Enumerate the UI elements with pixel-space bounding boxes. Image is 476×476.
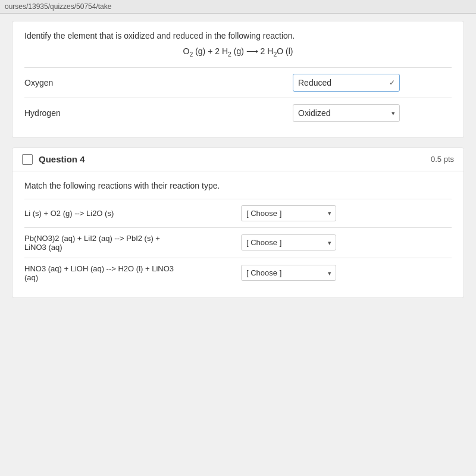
reaction-text-3: HNO3 (aq) + LiOH (aq) --> H2O (l) + LiNO… — [24, 264, 241, 282]
reaction-text-1: Li (s) + O2 (g) --> Li2O (s) — [24, 209, 241, 218]
hydrogen-row: Hydrogen Oxidized Reduced Neither — [24, 98, 452, 128]
reaction-select-3[interactable]: [ Choose ] Synthesis Decomposition Singl… — [241, 265, 336, 281]
browser-bar: ourses/13935/quizzes/50754/take — [0, 0, 476, 14]
question4-marker — [22, 154, 33, 165]
reaction-select-2[interactable]: [ Choose ] Synthesis Decomposition Singl… — [241, 234, 336, 250]
reaction-text-2: Pb(NO3)2 (aq) + LiI2 (aq) --> PbI2 (s) +… — [24, 234, 241, 252]
hydrogen-select[interactable]: Oxidized Reduced Neither — [293, 104, 400, 122]
oxygen-select[interactable]: Reduced Oxidized Neither — [293, 74, 400, 92]
hydrogen-label: Hydrogen — [24, 108, 241, 118]
question4-card: Question 4 0.5 pts Match the following r… — [12, 148, 464, 298]
oxygen-label: Oxygen — [24, 78, 241, 87]
equation: O2 (g) + 2 H2 (g) ⟶ 2 H2O (l) — [24, 46, 452, 58]
question4-header: Question 4 0.5 pts — [12, 148, 464, 171]
reaction-row-3: HNO3 (aq) + LiOH (aq) --> H2O (l) + LiNO… — [24, 258, 452, 288]
question3-card: Identify the element that is oxidized an… — [12, 21, 464, 138]
reaction-row-2: Pb(NO3)2 (aq) + LiI2 (aq) --> PbI2 (s) +… — [24, 227, 452, 258]
reaction-select-1[interactable]: [ Choose ] Synthesis Decomposition Singl… — [241, 205, 336, 221]
question4-prompt: Match the following reactions with their… — [24, 181, 452, 190]
question3-prompt: Identify the element that is oxidized an… — [24, 31, 452, 40]
oxygen-row: Oxygen Reduced Oxidized Neither — [24, 67, 452, 98]
question4-title: Question 4 — [39, 154, 85, 164]
reaction-row-1: Li (s) + O2 (g) --> Li2O (s) [ Choose ] … — [24, 199, 452, 227]
question4-points: 0.5 pts — [431, 155, 454, 164]
